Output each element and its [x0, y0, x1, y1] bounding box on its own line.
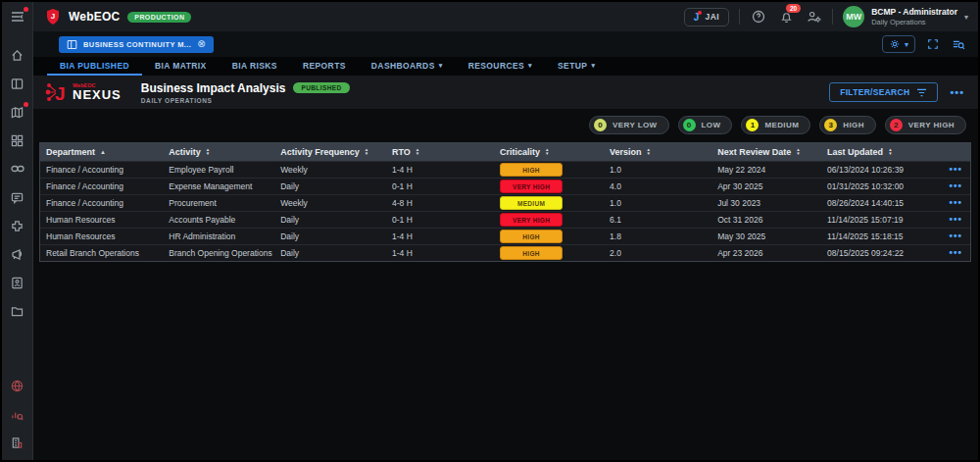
column-header[interactable]: Last Updated — [821, 147, 942, 157]
svg-text:J: J — [51, 12, 55, 21]
nav-tab[interactable]: SETUP ▾ — [545, 57, 608, 76]
sort-icon — [796, 148, 800, 156]
jai-button[interactable]: J JAI — [684, 8, 729, 26]
table-row[interactable]: Finance / Accounting Procurement Weekly … — [40, 194, 970, 211]
more-options-button[interactable]: ••• — [950, 90, 964, 94]
notifications-button[interactable]: 20 — [777, 8, 795, 26]
sidebar-item-analytics[interactable] — [9, 406, 26, 422]
user-settings-button[interactable] — [805, 8, 822, 26]
cell-version: 4.0 — [604, 181, 711, 191]
criticality-summary-pill[interactable]: 2 VERY HIGH — [885, 116, 966, 134]
fullscreen-button[interactable] — [925, 36, 941, 52]
cell-criticality: VERY HIGH — [494, 180, 604, 193]
home-icon — [11, 49, 24, 62]
count-badge: 0 — [594, 119, 607, 131]
alert-dot — [24, 7, 28, 12]
cell-version: 1.0 — [604, 198, 711, 208]
sidebar-item-contacts[interactable] — [9, 275, 26, 290]
board-search-button[interactable] — [951, 36, 966, 52]
table-body: Finance / Accounting Employee Payroll We… — [40, 161, 970, 261]
help-button[interactable] — [750, 8, 767, 26]
table-row[interactable]: Finance / Accounting Employee Payroll We… — [40, 161, 970, 178]
column-header[interactable]: Activity — [163, 147, 274, 157]
environment-badge: PRODUCTION — [127, 12, 191, 23]
column-header[interactable]: Next Review Date — [711, 147, 821, 157]
cell-rto: 1-4 H — [386, 231, 494, 241]
column-header[interactable]: Criticality — [494, 147, 604, 157]
nav-tab[interactable]: REPORTS — [290, 57, 359, 76]
boards-icon — [11, 77, 24, 90]
avatar: MW — [843, 6, 864, 27]
criticality-summary-pill[interactable]: 0 VERY LOW — [589, 116, 668, 134]
sidebar-item-maps[interactable] — [9, 104, 26, 120]
row-actions-button[interactable]: ••• — [949, 234, 962, 238]
user-workspace: Daily Operations — [871, 18, 957, 26]
cell-department: Finance / Accounting — [40, 181, 163, 191]
board-settings-icon — [889, 38, 901, 50]
sidebar-item-broadcast[interactable] — [9, 246, 26, 262]
nav-tab[interactable]: BIA PUBLISHED — [47, 57, 142, 76]
sidebar-item-boards[interactable] — [9, 76, 26, 91]
boards-icon — [67, 39, 77, 50]
sidebar-item-home[interactable] — [9, 47, 26, 63]
table-row[interactable]: Retail Branch Operations Branch Opening … — [40, 244, 970, 261]
nexus-logo-icon: J — [45, 80, 69, 104]
criticality-summary-pill[interactable]: 3 HIGH — [819, 116, 876, 134]
sidebar-item-globe[interactable] — [9, 378, 26, 393]
pill-label: VERY LOW — [612, 121, 657, 129]
cell-activity: Accounts Payable — [163, 215, 274, 225]
cell-criticality: HIGH — [494, 230, 604, 243]
cell-activity-frequency: Daily — [274, 248, 386, 258]
criticality-summary-pill[interactable]: 1 MEDIUM — [741, 116, 810, 134]
row-actions-button[interactable]: ••• — [949, 201, 962, 205]
row-actions-button[interactable]: ••• — [949, 184, 962, 188]
menu-toggle-button[interactable] — [9, 9, 26, 25]
sidebar-item-messages[interactable] — [9, 189, 26, 205]
sidebar-item-links[interactable] — [9, 161, 26, 177]
filter-search-label: FILTER/SEARCH — [840, 87, 909, 97]
board-settings-button[interactable]: ▾ — [882, 35, 915, 53]
sidebar-item-apps[interactable] — [9, 132, 26, 148]
table-row[interactable]: Human Resources HR Administration Daily … — [40, 228, 970, 244]
user-menu[interactable]: MW BCMP - Administrator Daily Operations… — [843, 6, 968, 27]
filter-search-button[interactable]: FILTER/SEARCH — [829, 82, 938, 102]
nav-tab-label: BIA MATRIX — [155, 61, 207, 71]
nav-tab[interactable]: BIA MATRIX — [142, 57, 220, 76]
menu-toggle-icon — [11, 11, 24, 23]
cell-rto: 0-1 H — [386, 181, 494, 191]
pill-label: HIGH — [843, 121, 864, 129]
cell-criticality: VERY HIGH — [494, 213, 604, 227]
cell-last-updated: 01/31/2025 10:32:00 — [821, 181, 942, 191]
cell-next-review-date: Oct 31 2026 — [711, 215, 821, 225]
nav-tab[interactable]: RESOURCES ▾ — [456, 57, 545, 76]
maps-icon — [11, 106, 24, 119]
sidebar-item-plugins[interactable] — [9, 218, 26, 233]
table-row[interactable]: Finance / Accounting Expense Management … — [40, 178, 970, 194]
column-header[interactable]: Version — [604, 147, 711, 157]
active-board-tab[interactable]: BUSINESS CONTINUITY M... ⊗ — [59, 36, 214, 53]
column-header[interactable]: Activity Frequency — [274, 147, 386, 157]
column-header[interactable]: RTO — [386, 147, 494, 157]
nav-tab-label: RESOURCES — [468, 61, 524, 71]
chevron-down-icon: ▾ — [439, 62, 443, 70]
table-row[interactable]: Human Resources Accounts Payable Daily 0… — [40, 211, 970, 228]
cell-activity-frequency: Daily — [274, 215, 386, 225]
close-icon[interactable]: ⊗ — [197, 39, 205, 49]
user-name: BCMP - Administrator — [871, 7, 957, 18]
criticality-summary-pill[interactable]: 0 LOW — [678, 116, 733, 134]
sidebar-item-organization[interactable] — [9, 435, 26, 450]
alert-dot — [698, 11, 702, 15]
row-actions-button[interactable]: ••• — [949, 168, 962, 172]
notification-count-badge: 20 — [786, 4, 801, 13]
sidebar-item-files[interactable] — [9, 303, 26, 319]
board-search-icon — [952, 38, 965, 50]
row-actions-button[interactable]: ••• — [949, 251, 962, 255]
nav-tab[interactable]: BIA RISKS — [220, 57, 290, 76]
cell-next-review-date: May 22 2024 — [711, 165, 821, 175]
column-header[interactable]: Department — [40, 147, 163, 157]
sort-icon — [647, 148, 651, 156]
column-label: Activity Frequency — [280, 147, 360, 157]
row-actions-button[interactable]: ••• — [949, 218, 962, 222]
column-label: Criticality — [500, 147, 540, 157]
nav-tab[interactable]: DASHBOARDS ▾ — [359, 57, 456, 76]
